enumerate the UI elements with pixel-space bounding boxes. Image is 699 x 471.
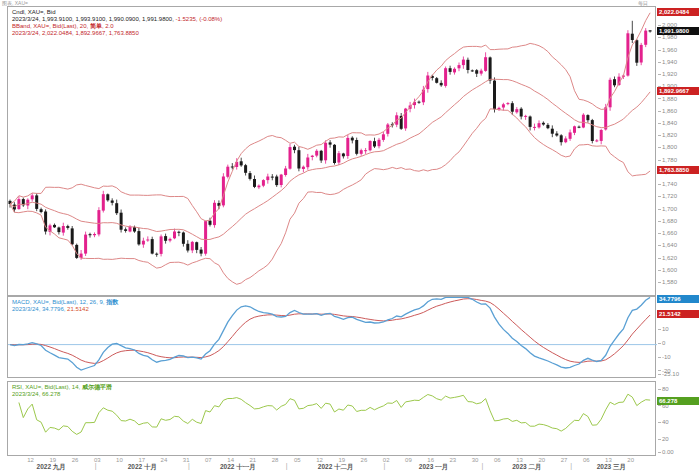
indicator-value-badge: 1,892.9667 [657,87,699,95]
x-axis-month-separator: | [570,462,572,469]
y-axis-tick-label: 1,980 [658,34,677,41]
indicator-value-badge: 21.5142 [657,310,699,318]
x-axis-day-tick: 30 [472,457,479,463]
rsi-value: 2023/3/24, 66.278 [12,391,112,398]
x-axis-month-label: 2022 十月 [117,463,167,471]
y-axis-tick-label: 1,640 [658,242,677,249]
y-axis-tick-label: 10 [658,326,669,333]
indicator-value-badge: 34.7796 [657,295,699,303]
macd-date: 2023/3/24, [12,306,40,312]
price-legend: Cndl, XAU=, Bid 2023/3/24, 1,993.9100, 1… [12,9,222,37]
macd-ma-type: 指数 [106,299,118,305]
bollinger-bands [10,13,650,285]
x-axis-day-tick: 07 [205,457,212,463]
rsi-line [19,394,650,434]
x-axis-month-label: 2023 一月 [409,463,459,471]
x-axis-month-label: 2023 三月 [586,463,636,471]
y-axis-tick-label: -10 [658,354,671,361]
indicator-value-badge: 66.278 [657,397,699,405]
x-axis-month-separator: | [384,462,386,469]
x-axis-day-tick: 05 [294,457,301,463]
y-axis-tick-label: 1,720 [658,193,677,200]
y-axis-tick-label: 1,660 [658,230,677,237]
x-axis-month-separator: | [95,462,97,469]
y-axis-tick-label: 1,800 [658,144,677,151]
price-chart-canvas[interactable] [8,7,657,297]
x-axis-day-tick: 28 [272,457,279,463]
rsi-legend: RSI, XAU=, Bid(Last), 14, 威尔德平滑 2023/3/2… [12,384,112,398]
bband-series-label: BBand, XAU=, Bid(Last), 20, [12,23,88,29]
indicator-value-badge: 1,763.8850 [657,166,699,174]
x-axis-month-separator: | [188,462,190,469]
y-axis-tick-label: 1,820 [658,132,677,139]
y-axis-tick-label: 1,940 [658,59,677,66]
x-axis-month-label: 2023 二月 [502,463,552,471]
y-axis-tick-label: 1,960 [658,47,677,54]
y-axis-tick-label: 0 [658,340,665,347]
ohlc-values: 2023/3/24, 1,993.9100, 1,993.9100, 1,990… [12,16,174,22]
macd-series-label: MACD, XAU=, Bid(Last), 12, 26, 9, [12,299,105,305]
y-axis-tick-label: 1,580 [658,279,677,286]
price-panel[interactable]: Cndl, XAU=, Bid 2023/3/24, 1,993.9100, 1… [7,6,656,296]
rsi-smoothing-type: 威尔德平滑 [82,384,112,390]
y-axis-tick-label: 1,620 [658,255,677,262]
y-axis-tick-label: 1,600 [658,267,677,274]
x-axis-day-tick: 27 [561,457,568,463]
y-axis-tick-label: 1,680 [658,218,677,225]
x-axis-month-separator: | [481,462,483,469]
y-axis-tick-label: 1,860 [658,108,677,115]
candles-group [9,21,652,260]
x-axis-day-tick: 06 [494,457,501,463]
rsi-panel[interactable]: RSI, XAU=, Bid(Last), 14, 威尔德平滑 2023/3/2… [7,381,656,456]
candle-series-label: Cndl, XAU=, Bid [12,9,222,16]
indicator-value-badge: 2,022.0484 [657,8,699,16]
y-axis-tick-label: 1,780 [658,157,677,164]
x-axis-month-label: 2022 十二月 [311,463,361,471]
x-axis-month-label: 2022 十一月 [213,463,263,471]
x-axis-month-label: 2022 九月 [26,463,76,471]
bband-values: 2023/3/24, 2,022.0484, 1,892.9667, 1,763… [12,30,222,37]
last-price-badge: 1,991.9800 [657,27,699,35]
bband-ma-type: 简单 [90,23,102,29]
y-axis-tick-label: 1,700 [658,206,677,213]
y-axis-tick-label: 1,840 [658,120,677,127]
macd-value: 34.7796, [42,306,65,312]
macd-panel[interactable]: MACD, XAU=, Bid(Last), 12, 26, 9, 指数 202… [7,296,656,378]
y-axis-tick-label: -25.10 [658,371,679,378]
x-axis-day-tick: 26 [361,457,368,463]
y-axis-tick-label: 1,740 [658,181,677,188]
chart-window: 图表, XAU= 每日 Cndl, XAU=, Bid 2023/3/24, 1… [0,0,699,471]
y-axis-tick-label: 20 [658,436,669,443]
y-axis-tick-label: 0.00 [658,449,674,456]
y-axis-tick-label: 1,920 [658,71,677,78]
y-axis-tick-label: 1,880 [658,96,677,103]
macd-legend: MACD, XAU=, Bid(Last), 12, 26, 9, 指数 202… [12,299,118,313]
y-axis-tick-label: 80 [658,386,669,393]
rsi-series-label: RSI, XAU=, Bid(Last), 14, [12,384,80,390]
x-axis-month-separator: | [286,462,288,469]
macd-signal-value: 21.5142 [67,306,89,312]
price-change: -1.5235, (-0.08%) [175,16,222,22]
y-axis-tick-label: 40 [658,419,669,426]
